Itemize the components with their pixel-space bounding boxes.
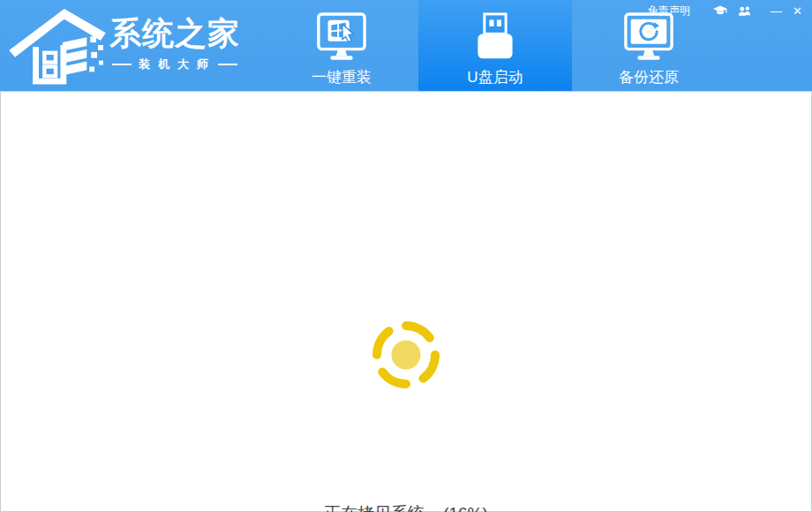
close-button[interactable]: ✕	[790, 5, 805, 18]
brand-house-logo-icon	[9, 4, 106, 87]
tab-label: U盘启动	[467, 67, 523, 87]
brand-name: 系统之家	[109, 18, 240, 49]
content-area: 正在拷贝系统... (16%)	[0, 91, 812, 512]
brand-text: 系统之家 装机大师	[109, 18, 240, 72]
monitor-windows-cursor-icon	[316, 11, 367, 65]
tab-one-key-reinstall[interactable]: 一键重装	[265, 0, 418, 91]
brand-subtitle: 装机大师	[139, 56, 216, 72]
app-window: 系统之家 装机大师	[0, 0, 812, 512]
status-text: 正在拷贝系统... (16%)	[1, 502, 811, 512]
usb-drive-icon	[470, 11, 520, 65]
tab-usb-boot[interactable]: U盘启动	[418, 0, 572, 91]
app-header: 系统之家 装机大师	[0, 0, 812, 91]
minimize-button[interactable]: —	[768, 5, 785, 18]
subtitle-dash-left	[112, 64, 132, 65]
brand: 系统之家 装机大师	[9, 4, 240, 87]
disclaimer-link[interactable]: 免责声明	[648, 4, 690, 19]
monitor-refresh-icon	[623, 11, 674, 65]
tab-label: 一键重装	[312, 67, 372, 87]
titlebar-controls: 免责声明 — ✕	[648, 4, 805, 19]
subtitle-dash-right	[218, 64, 237, 65]
users-icon[interactable]	[738, 5, 752, 17]
tab-label: 备份还原	[619, 67, 679, 87]
graduation-cap-icon[interactable]	[713, 5, 727, 17]
brand-subtitle-row: 装机大师	[109, 56, 240, 72]
loading-spinner-icon	[369, 318, 443, 395]
